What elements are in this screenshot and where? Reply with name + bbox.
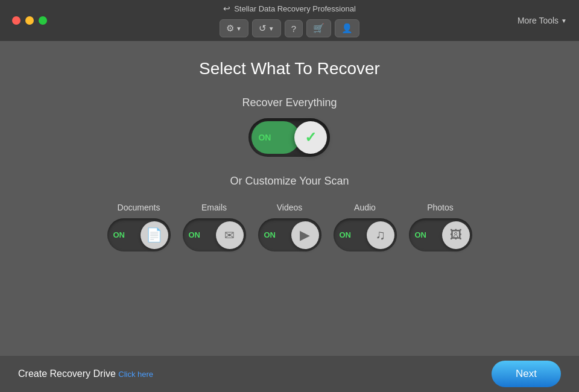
emails-on-label: ON xyxy=(189,230,201,239)
settings-dropdown-icon: ▼ xyxy=(236,25,242,32)
email-icon: ✉ xyxy=(224,228,235,242)
toggle-knob: ✓ xyxy=(294,121,327,154)
customize-label: Or Customize Your Scan xyxy=(230,175,349,188)
emails-toggle[interactable]: ON ✉ xyxy=(183,218,246,251)
minimize-button[interactable] xyxy=(25,16,34,25)
documents-on-label: ON xyxy=(113,230,125,239)
maximize-button[interactable] xyxy=(39,16,47,25)
help-button[interactable]: ? xyxy=(285,20,303,37)
cart-button[interactable]: 🛒 xyxy=(306,19,331,37)
bottom-bar: Create Recovery Drive Click here Next xyxy=(0,356,579,392)
photos-toggle-knob: 🖼 xyxy=(442,221,470,249)
audio-on-label: ON xyxy=(340,230,352,239)
photos-image-icon: 🖼 xyxy=(450,228,462,242)
account-icon: 👤 xyxy=(341,23,353,34)
videos-label: Videos xyxy=(277,203,303,212)
photos-on-label: ON xyxy=(415,230,427,239)
traffic-lights xyxy=(12,16,47,25)
videos-toggle-knob: ▶ xyxy=(291,221,319,249)
documents-label: Documents xyxy=(118,203,160,212)
back-arrow-icon: ↩ xyxy=(223,4,230,13)
documents-toggle[interactable]: ON 📄 xyxy=(107,218,171,251)
recovery-drive-section: Create Recovery Drive Click here xyxy=(18,368,153,379)
emails-toggle-knob: ✉ xyxy=(216,221,244,249)
recover-everything-label: Recover Everything xyxy=(242,96,337,109)
file-types-row: Documents ON 📄 Emails ON ✉ xyxy=(107,203,472,251)
recovery-drive-label: Create Recovery Drive xyxy=(18,368,116,379)
account-button[interactable]: 👤 xyxy=(335,19,359,37)
history-button[interactable]: ↺ ▼ xyxy=(252,19,281,37)
videos-toggle[interactable]: ON ▶ xyxy=(258,218,321,251)
audio-toggle[interactable]: ON ♫ xyxy=(334,218,397,251)
videos-on-label: ON xyxy=(264,230,276,239)
main-content: Select What To Recover Recover Everythin… xyxy=(0,41,579,264)
toolbar-icons: ⚙ ▼ ↺ ▼ ? 🛒 👤 xyxy=(220,19,359,37)
recover-everything-toggle[interactable]: ON ✓ xyxy=(248,118,330,157)
audio-music-icon: ♫ xyxy=(375,227,385,243)
help-icon: ? xyxy=(291,24,296,34)
click-here-link[interactable]: Click here xyxy=(118,370,153,379)
video-play-icon: ▶ xyxy=(300,227,310,243)
emails-label: Emails xyxy=(201,203,227,212)
file-type-videos: Videos ON ▶ xyxy=(258,203,321,251)
app-title: ↩ Stellar Data Recovery Professional xyxy=(223,4,356,13)
settings-icon: ⚙ xyxy=(226,23,234,34)
titlebar-center: ↩ Stellar Data Recovery Professional ⚙ ▼… xyxy=(220,4,359,37)
photos-toggle[interactable]: ON 🖼 xyxy=(409,218,472,251)
titlebar: ↩ Stellar Data Recovery Professional ⚙ ▼… xyxy=(0,0,579,41)
file-type-emails: Emails ON ✉ xyxy=(183,203,246,251)
page-title: Select What To Recover xyxy=(199,59,380,78)
documents-toggle-knob: 📄 xyxy=(141,221,168,249)
photos-label: Photos xyxy=(427,203,454,212)
more-tools-button[interactable]: More Tools ▼ xyxy=(517,16,567,25)
chevron-down-icon: ▼ xyxy=(561,17,567,24)
file-type-audio: Audio ON ♫ xyxy=(334,203,397,251)
settings-button[interactable]: ⚙ ▼ xyxy=(220,19,248,37)
document-icon: 📄 xyxy=(146,227,162,243)
recover-everything-section: Recover Everything ON ✓ xyxy=(242,96,337,157)
toggle-on-label: ON xyxy=(258,133,271,142)
audio-toggle-knob: ♫ xyxy=(367,221,394,249)
checkmark-icon: ✓ xyxy=(305,129,317,146)
cart-icon: 🛒 xyxy=(313,23,324,34)
history-dropdown-icon: ▼ xyxy=(268,25,274,32)
history-icon: ↺ xyxy=(259,23,267,34)
next-button[interactable]: Next xyxy=(492,361,561,387)
recover-everything-toggle-wrapper: ON ✓ xyxy=(248,118,330,157)
customize-section: Or Customize Your Scan Documents ON 📄 Em… xyxy=(107,175,472,251)
file-type-documents: Documents ON 📄 xyxy=(107,203,171,251)
audio-label: Audio xyxy=(354,203,376,212)
close-button[interactable] xyxy=(12,16,21,25)
file-type-photos: Photos ON 🖼 xyxy=(409,203,472,251)
